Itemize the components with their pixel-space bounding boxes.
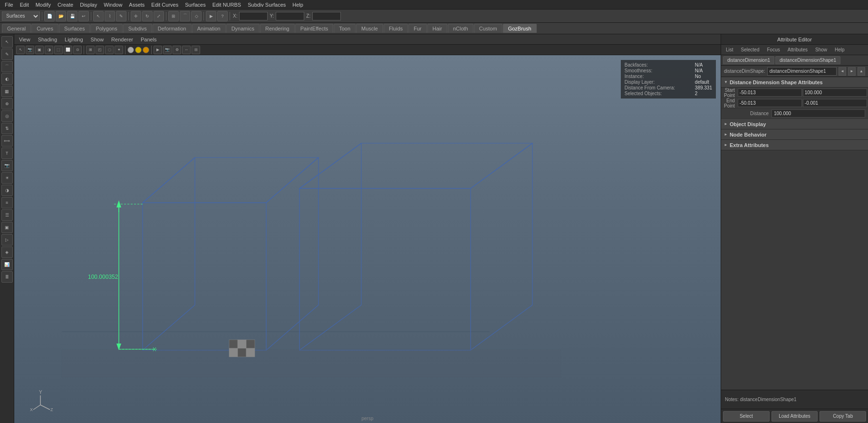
ipr-btn[interactable]: ▷: [1, 234, 13, 246]
undo-btn[interactable]: ↩: [78, 11, 89, 21]
end-point-x[interactable]: [738, 99, 802, 107]
open-scene-btn[interactable]: 📂: [56, 11, 66, 21]
vp-tb-isolate[interactable]: ⊙: [73, 46, 82, 54]
vp-menu-renderer[interactable]: Renderer: [109, 36, 135, 43]
camera-btn[interactable]: 📷: [1, 160, 13, 171]
attr-nav-focus[interactable]: Focus: [765, 46, 781, 53]
attr-nav-selected[interactable]: Selected: [739, 46, 762, 53]
render-btn[interactable]: ▶: [206, 11, 216, 21]
y-input[interactable]: [276, 12, 304, 20]
vp-menu-shading[interactable]: Shading: [36, 36, 59, 43]
constraint-btn[interactable]: ⊕: [1, 98, 13, 109]
tab-fluids[interactable]: Fluids: [384, 24, 408, 33]
vp-tb-render[interactable]: ▶: [154, 46, 162, 54]
lasso-select-btn[interactable]: ⌇: [105, 11, 115, 21]
menu-create[interactable]: Create: [55, 1, 76, 9]
scale-tool-btn[interactable]: ⤢: [154, 11, 164, 21]
save-scene-btn[interactable]: 💾: [67, 11, 77, 21]
section-object-display[interactable]: ► Object Display: [721, 119, 868, 129]
menu-modify[interactable]: Modify: [33, 1, 54, 9]
section-node-behavior[interactable]: ► Node Behavior: [721, 129, 868, 140]
layer-btn[interactable]: ≡: [1, 197, 13, 208]
text-btn[interactable]: T: [1, 148, 13, 159]
joint-btn[interactable]: ◎: [1, 110, 13, 122]
menu-subdiv-surfaces[interactable]: Subdiv Surfaces: [245, 1, 289, 9]
curve-btn[interactable]: ⌒: [1, 61, 13, 72]
hypershade-btn[interactable]: ◈: [1, 246, 13, 258]
load-attributes-button[interactable]: Load Attributes: [772, 411, 818, 422]
menu-edit-nurbs[interactable]: Edit NURBS: [210, 1, 244, 9]
vp-tb-wireframe[interactable]: ⬚: [54, 46, 63, 54]
menu-window[interactable]: Window: [101, 1, 125, 9]
help-btn[interactable]: ?: [217, 11, 228, 21]
section-distance-dim[interactable]: ▼ Distance Dimension Shape Attributes: [721, 77, 868, 88]
shape-value-field[interactable]: [767, 67, 837, 76]
tab-animation[interactable]: Animation: [192, 24, 226, 33]
tab-subdivs[interactable]: Subdivs: [123, 24, 152, 33]
start-point-x[interactable]: [738, 89, 802, 97]
vp-tb-cameras[interactable]: 📷: [26, 46, 34, 54]
attr-nav-show[interactable]: Show: [813, 46, 829, 53]
menu-edit-curves[interactable]: Edit Curves: [148, 1, 181, 9]
menu-assets[interactable]: Assets: [126, 1, 147, 9]
shape-prev-btn[interactable]: ◄: [839, 67, 846, 76]
light-btn[interactable]: ☀: [1, 172, 13, 184]
graph-editor-btn[interactable]: 📊: [1, 259, 13, 270]
tab-rendering[interactable]: Rendering: [260, 24, 295, 33]
move-tool-btn[interactable]: ✛: [131, 11, 141, 21]
rotate-tool-btn[interactable]: ↻: [142, 11, 153, 21]
snap-grid-btn[interactable]: ⊞: [168, 11, 179, 21]
vp-tb-snapshot[interactable]: 📷: [163, 46, 172, 54]
tab-painteffects[interactable]: PaintEffects: [295, 24, 334, 33]
display-btn[interactable]: ☰: [1, 209, 13, 221]
menu-edit[interactable]: Edit: [17, 1, 32, 9]
vp-menu-view[interactable]: View: [17, 36, 32, 43]
shader-btn[interactable]: ◑: [1, 185, 13, 196]
menu-surfaces[interactable]: Surfaces: [182, 1, 208, 9]
vp-menu-show[interactable]: Show: [89, 36, 106, 43]
tab-ncloth[interactable]: nCloth: [448, 24, 473, 33]
viewport-3d[interactable]: 100.000352 Y Z X Backfaces:: [14, 55, 721, 423]
select-mode-btn[interactable]: ↖: [1, 36, 13, 48]
start-point-y[interactable]: [803, 89, 867, 97]
shape-next-btn[interactable]: ►: [848, 67, 856, 76]
distance-value[interactable]: [772, 109, 865, 118]
vp-tb-grid[interactable]: ⊞: [86, 46, 95, 54]
vp-tb-bookmarks[interactable]: ⊟: [192, 46, 200, 54]
light-color-3[interactable]: [143, 47, 149, 53]
vp-tb-smooth[interactable]: ⬜: [64, 46, 72, 54]
vp-menu-lighting[interactable]: Lighting: [63, 36, 85, 43]
tab-surfaces[interactable]: Surfaces: [59, 24, 90, 33]
sculpt-btn[interactable]: ◐: [1, 73, 13, 85]
vp-tb-shading[interactable]: ◑: [45, 46, 53, 54]
tab-gozbrush[interactable]: GozBrush: [503, 24, 537, 33]
vp-tb-sync[interactable]: ↔: [182, 46, 191, 54]
ik-btn[interactable]: ⇅: [1, 123, 13, 134]
tab-polygons[interactable]: Polygons: [90, 24, 122, 33]
shape-expand-btn[interactable]: ▲: [858, 67, 865, 76]
vp-tb-select[interactable]: ↖: [16, 46, 25, 54]
tab-deformation[interactable]: Deformation: [153, 24, 192, 33]
vp-tb-hud[interactable]: ◰: [96, 46, 104, 54]
attr-nav-attributes[interactable]: Attributes: [786, 46, 810, 53]
vp-tb-settings[interactable]: ⚙: [173, 46, 181, 54]
module-dropdown[interactable]: Surfaces: [2, 11, 40, 21]
vp-tb-display-mode[interactable]: ▣: [35, 46, 44, 54]
end-point-y[interactable]: [803, 99, 867, 107]
menu-file[interactable]: File: [2, 1, 16, 9]
node-tab-2[interactable]: distanceDimensionShape1: [775, 56, 840, 64]
light-color-2[interactable]: [135, 47, 142, 53]
x-input[interactable]: [239, 12, 268, 20]
tab-toon[interactable]: Toon: [334, 24, 356, 33]
select-button[interactable]: Select: [723, 411, 770, 422]
render-view-btn[interactable]: ▣: [1, 222, 13, 233]
node-tab-1[interactable]: distanceDimension1: [723, 56, 774, 64]
tab-fur[interactable]: Fur: [408, 24, 427, 33]
tab-hair[interactable]: Hair: [427, 24, 447, 33]
section-extra-attrs[interactable]: ► Extra Attributes: [721, 140, 868, 150]
tab-muscle[interactable]: Muscle: [356, 24, 383, 33]
menu-help[interactable]: Help: [289, 1, 306, 9]
tab-general[interactable]: General: [2, 24, 31, 33]
measure-btn[interactable]: ⟺: [1, 135, 13, 147]
snap-curve-btn[interactable]: ⌒: [180, 11, 190, 21]
